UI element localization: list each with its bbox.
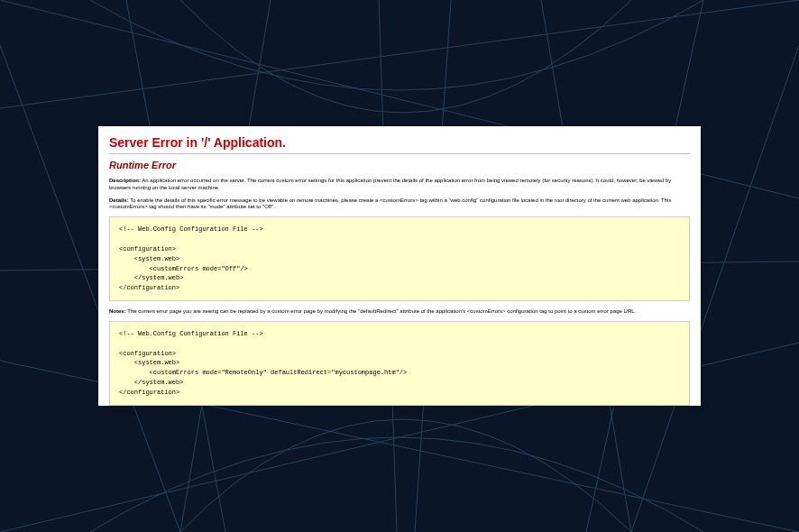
error-subtitle: Runtime Error: [109, 160, 690, 170]
config-code-box-1: <!-- Web.Config Configuration File --> <…: [109, 216, 690, 301]
notes-text: The current error page you are seeing ca…: [127, 308, 636, 314]
details-label: Details:: [109, 197, 129, 203]
config-code-1: <!-- Web.Config Configuration File --> <…: [119, 225, 680, 293]
description-label: Description:: [109, 178, 141, 183]
error-title: Server Error in '/' Application.: [109, 135, 690, 154]
description-paragraph: Description: An application error occurr…: [109, 178, 690, 192]
details-text: To enable the details of this specific e…: [109, 197, 671, 210]
description-text: An application error occurred on the ser…: [109, 178, 671, 190]
config-code-box-2: <!-- Web.Config Configuration File --> <…: [109, 321, 690, 406]
error-page: Server Error in '/' Application. Runtime…: [98, 126, 701, 406]
notes-paragraph: Notes: The current error page you are se…: [109, 308, 690, 316]
svg-line-1: [0, 0, 799, 108]
details-paragraph: Details: To enable the details of this s…: [109, 197, 690, 212]
config-code-2: <!-- Web.Config Configuration File --> <…: [119, 329, 680, 398]
notes-label: Notes:: [109, 308, 126, 314]
